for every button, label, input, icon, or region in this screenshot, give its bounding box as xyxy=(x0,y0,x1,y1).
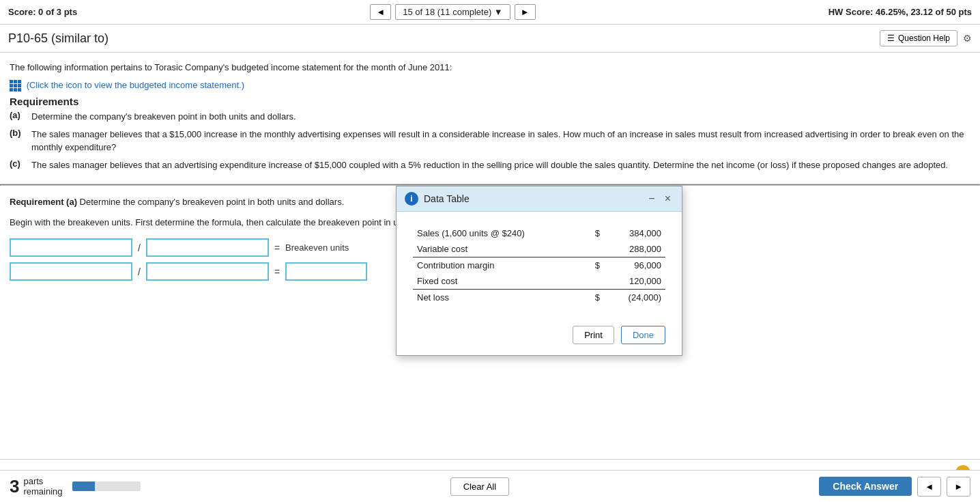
clear-all-button[interactable]: Clear All xyxy=(450,477,509,496)
hw-score-label: HW Score: xyxy=(828,7,874,17)
equals-operator-2: = xyxy=(274,266,280,277)
net-loss-value: (24,000) xyxy=(604,290,665,306)
modal-controls: − × xyxy=(646,193,674,205)
table-row-variable-cost: Variable cost 288,000 xyxy=(413,241,665,257)
footer-bar: 3 parts remaining Clear All Check Answer… xyxy=(0,470,980,502)
requirements-section: Requirements (a) Determine the company's… xyxy=(10,96,970,171)
req-b: (b) The sales manager believes that a $1… xyxy=(10,128,970,154)
req-b-text: The sales manager believes that a $15,00… xyxy=(31,128,970,154)
title-actions: ☰ Question Help ⚙ xyxy=(880,30,972,46)
print-button[interactable]: Print xyxy=(573,326,614,344)
parts-number: 3 xyxy=(10,477,19,495)
hw-score-value: 46.25%, 23.12 of 50 pts xyxy=(876,7,972,17)
parts-labels: parts remaining xyxy=(23,476,62,497)
req-a: (a) Determine the company's breakeven po… xyxy=(10,110,970,124)
breakeven-units-label: Breakeven units xyxy=(285,242,349,253)
progress-bar-fill xyxy=(72,482,95,491)
nav-section: ◄ 15 of 18 (11 complete) ▼ ► xyxy=(370,4,535,20)
formula-row2-result[interactable] xyxy=(285,262,367,281)
requirements-heading: Requirements xyxy=(10,96,970,107)
divide-operator-1: / xyxy=(138,242,141,253)
sales-value: 384,000 xyxy=(604,225,665,241)
income-statement-table: Sales (1,600 units @ $240) $ 384,000 Var… xyxy=(413,225,665,305)
question-area: Requirement (a) Determine the company's … xyxy=(0,186,980,459)
parts-label: parts xyxy=(23,476,62,486)
formula-row2-input1[interactable] xyxy=(10,262,132,281)
req-b-label: (b) xyxy=(10,128,26,154)
next-question-btn[interactable]: ► xyxy=(515,4,536,20)
modal-info-icon: i xyxy=(405,192,418,206)
remaining-label: remaining xyxy=(23,486,62,497)
nav-dropdown-arrow: ▼ xyxy=(494,7,503,17)
question-nav-dropdown[interactable]: 15 of 18 (11 complete) ▼ xyxy=(395,4,510,20)
top-bar: Score: 0 of 3 pts ◄ 15 of 18 (11 complet… xyxy=(0,0,980,25)
net-loss-dollar: $ xyxy=(590,290,604,306)
net-loss-label: Net loss xyxy=(413,290,590,306)
req-c-label: (c) xyxy=(10,158,26,172)
footer-next-btn[interactable]: ► xyxy=(947,477,970,497)
problem-content: The following information pertains to To… xyxy=(0,53,980,184)
hw-score-section: HW Score: 46.25%, 23.12 of 50 pts xyxy=(828,7,972,17)
info-symbol: i xyxy=(410,194,412,204)
modal-close-btn[interactable]: × xyxy=(662,193,674,205)
parts-section: 3 parts remaining xyxy=(10,476,141,497)
equals-operator-1: = xyxy=(274,242,280,253)
page-title: P10-65 (similar to) xyxy=(8,31,109,46)
footer-right: Check Answer ◄ ► xyxy=(819,477,970,497)
question-help-label: Question Help xyxy=(898,33,950,43)
req-a-label: (a) xyxy=(10,110,26,124)
click-icon-line: (Click the icon to view the budgeted inc… xyxy=(10,79,970,92)
modal-footer: Print Done xyxy=(397,319,682,355)
title-bar: P10-65 (similar to) ☰ Question Help ⚙ xyxy=(0,25,980,53)
modal-minimize-btn[interactable]: − xyxy=(646,193,657,205)
footer-prev-btn[interactable]: ◄ xyxy=(917,477,941,497)
sales-label: Sales (1,600 units @ $240) xyxy=(413,225,590,241)
req-c: (c) The sales manager believes that an a… xyxy=(10,158,970,172)
nav-label: 15 of 18 (11 complete) xyxy=(403,7,491,17)
table-row-net-loss: Net loss $ (24,000) xyxy=(413,290,665,306)
requirement-label: Requirement (a) xyxy=(10,197,77,207)
req-c-text: The sales manager believes that an adver… xyxy=(31,158,970,172)
formula-row2-input2[interactable] xyxy=(146,262,269,281)
done-button[interactable]: Done xyxy=(621,326,665,344)
contribution-label: Contribution margin xyxy=(413,257,590,274)
contribution-dollar: $ xyxy=(590,257,604,274)
req-a-text: Determine the company's breakeven point … xyxy=(31,110,970,124)
table-row-contribution: Contribution margin $ 96,000 xyxy=(413,257,665,274)
view-statement-link[interactable]: (Click the icon to view the budgeted inc… xyxy=(27,80,244,90)
contribution-value: 96,000 xyxy=(604,257,665,274)
variable-cost-label: Variable cost xyxy=(413,241,590,257)
fixed-cost-label: Fixed cost xyxy=(413,273,590,290)
fixed-cost-value: 120,000 xyxy=(604,273,665,290)
modal-header-left: i Data Table xyxy=(405,192,470,206)
list-icon: ☰ xyxy=(887,33,895,43)
footer-center: Clear All xyxy=(141,477,820,496)
variable-cost-dollar xyxy=(590,241,604,257)
modal-title: Data Table xyxy=(424,193,470,204)
table-row-sales: Sales (1,600 units @ $240) $ 384,000 xyxy=(413,225,665,241)
fixed-cost-dollar xyxy=(590,273,604,290)
formula-row1-input2[interactable] xyxy=(146,238,269,257)
table-icon xyxy=(10,80,21,92)
score-value: 0 of 3 pts xyxy=(38,7,77,17)
check-answer-button[interactable]: Check Answer xyxy=(819,477,912,496)
prev-question-btn[interactable]: ◄ xyxy=(370,4,391,20)
variable-cost-value: 288,000 xyxy=(604,241,665,257)
modal-body: Sales (1,600 units @ $240) $ 384,000 Var… xyxy=(397,212,682,319)
progress-bar xyxy=(72,482,141,491)
question-help-button[interactable]: ☰ Question Help xyxy=(880,30,957,46)
score-label: Score: xyxy=(8,7,35,17)
table-row-fixed-cost: Fixed cost 120,000 xyxy=(413,273,665,290)
divide-operator-2: / xyxy=(138,266,141,277)
settings-icon[interactable]: ⚙ xyxy=(963,33,972,44)
sales-dollar: $ xyxy=(590,225,604,241)
data-table-modal: i Data Table − × Sales (1,600 units @ $2… xyxy=(396,186,682,356)
intro-text: The following information pertains to To… xyxy=(10,61,970,74)
requirement-text: Determine the company's breakeven point … xyxy=(80,197,345,207)
formula-row1-input1[interactable] xyxy=(10,238,132,257)
score-section: Score: 0 of 3 pts xyxy=(8,7,77,17)
modal-header: i Data Table − × xyxy=(397,186,682,212)
